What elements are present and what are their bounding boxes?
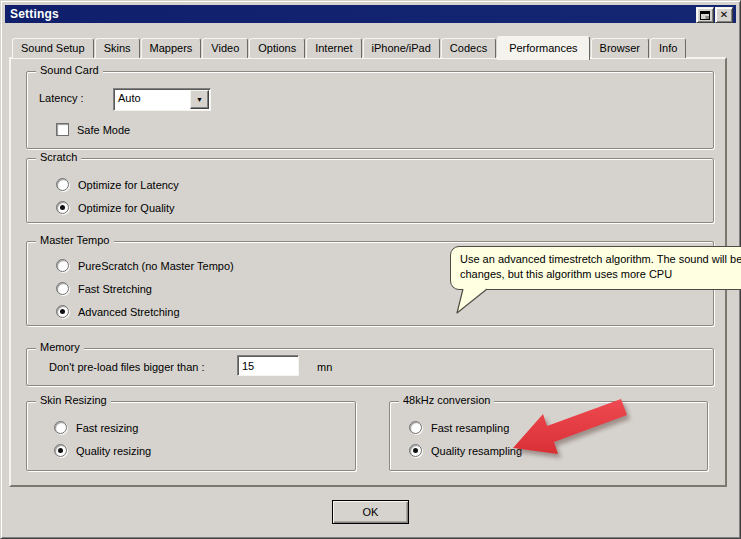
group-sound-card: Sound Card <box>26 71 714 149</box>
title-bar: Settings ✕ <box>5 5 736 23</box>
ok-button[interactable]: OK <box>332 500 409 524</box>
group-skin-resizing: Skin Resizing <box>26 401 356 471</box>
tab-codecs[interactable]: Codecs <box>441 38 496 58</box>
settings-dialog: Settings ✕ Sound Setup Skins Mappers Vid… <box>0 0 741 539</box>
tooltip-line-1: Use an advanced timestretch algorithm. T… <box>460 252 741 267</box>
group-label-scratch: Scratch <box>36 151 81 163</box>
group-label-48khz-conversion: 48kHz conversion <box>399 394 494 406</box>
tab-browser[interactable]: Browser <box>591 38 649 58</box>
tooltip-line-2: changes, but this algorithm uses more CP… <box>460 267 741 282</box>
tab-internet[interactable]: Internet <box>306 38 361 58</box>
settings-tab-strip: Sound Setup Skins Mappers Video Options … <box>12 34 687 58</box>
tab-info[interactable]: Info <box>650 38 686 58</box>
group-label-skin-resizing: Skin Resizing <box>36 394 111 406</box>
group-memory: Memory <box>26 348 714 386</box>
tab-skins[interactable]: Skins <box>95 38 140 58</box>
red-arrow-icon <box>501 394 646 469</box>
tab-sound-setup[interactable]: Sound Setup <box>12 38 94 58</box>
window-title: Settings <box>5 7 59 21</box>
tab-options[interactable]: Options <box>249 38 305 58</box>
tab-video[interactable]: Video <box>202 38 248 58</box>
tab-mappers[interactable]: Mappers <box>141 38 202 58</box>
window-icon <box>700 11 710 20</box>
group-label-sound-card: Sound Card <box>36 64 103 76</box>
close-button[interactable]: ✕ <box>715 7 733 23</box>
close-icon: ✕ <box>720 10 728 20</box>
group-label-memory: Memory <box>36 341 84 353</box>
window-icon-button[interactable] <box>696 7 714 23</box>
tab-performances[interactable]: Performances <box>497 36 589 60</box>
ok-button-label: OK <box>363 506 379 518</box>
tab-iphone-ipad[interactable]: iPhone/iPad <box>363 38 440 58</box>
timestretch-tooltip: Use an advanced timestretch algorithm. T… <box>450 246 741 290</box>
group-label-master-tempo: Master Tempo <box>36 234 114 246</box>
tooltip-tail <box>453 288 493 316</box>
group-scratch: Scratch <box>26 158 714 223</box>
